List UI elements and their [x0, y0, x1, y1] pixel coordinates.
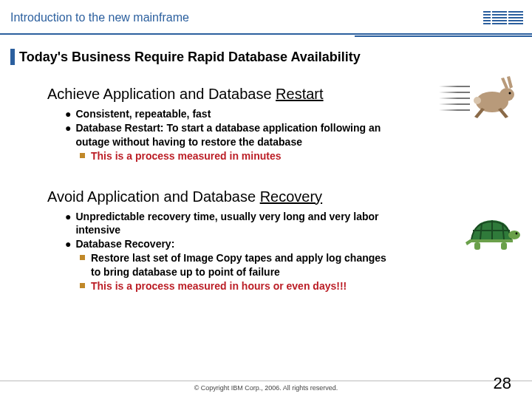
section-heading-restart: Achieve Application and Database Restart	[47, 86, 485, 103]
section-heading-recovery: Avoid Application and Database Recovery	[47, 188, 485, 205]
slide-header: Introduction to the new mainframe	[0, 0, 532, 35]
bullet-item: ● Consistent, repeatable, fast	[65, 107, 390, 121]
rabbit-illustration	[439, 75, 528, 134]
sub-bullet-item: This is a process measured in minutes	[80, 149, 390, 163]
svg-point-2	[509, 92, 511, 95]
bullet-item: ● Database Restart: To start a database …	[65, 121, 390, 149]
bullet-dot-icon: ●	[65, 210, 71, 238]
section-heading-word: Restart	[276, 86, 323, 102]
bullet-text: Database Restart: To start a database ap…	[75, 121, 390, 149]
bullet-text: Consistent, repeatable, fast	[75, 107, 211, 121]
title-accent-bar	[10, 49, 15, 65]
slide-footer: © Copyright IBM Corp., 2006. All rights …	[0, 381, 532, 392]
slide-title-row: Today's Business Require Rapid Database …	[0, 49, 532, 65]
bullet-square-icon	[80, 153, 85, 158]
section1-bullets: ● Consistent, repeatable, fast ● Databas…	[65, 107, 390, 163]
slide-title: Today's Business Require Rapid Database …	[19, 50, 361, 65]
sub-bullet-item: Restore last set of Image Copy tapes and…	[80, 251, 390, 279]
page-number: 28	[494, 374, 511, 393]
svg-point-1	[499, 88, 514, 101]
bullet-square-icon	[80, 255, 85, 260]
sub-bullet-text: Restore last set of Image Copy tapes and…	[91, 251, 390, 279]
svg-point-8	[508, 231, 520, 239]
bullet-item: ● Database Recovery:	[65, 237, 390, 251]
bullet-square-icon	[80, 283, 85, 288]
sub-bullet-text: This is a process measured in hours or e…	[91, 279, 347, 293]
bullet-text: Database Recovery:	[75, 237, 174, 251]
bullet-dot-icon: ●	[65, 121, 71, 149]
sub-bullet-item: This is a process measured in hours or e…	[80, 279, 390, 293]
slide-content: Achieve Application and Database Restart…	[0, 65, 532, 293]
section-heading-pre: Avoid Application and Database	[47, 188, 260, 205]
section-heading-word: Recovery	[260, 188, 322, 205]
ibm-logo	[483, 11, 523, 24]
copyright-text: © Copyright IBM Corp., 2006. All rights …	[0, 384, 532, 392]
header-rule	[0, 33, 532, 35]
bullet-dot-icon: ●	[65, 237, 71, 251]
header-title: Introduction to the new mainframe	[10, 11, 189, 24]
section2-bullets: ● Unpredictable recovery time, usually v…	[65, 210, 390, 293]
svg-rect-12	[501, 242, 507, 250]
svg-line-6	[502, 223, 504, 239]
bullet-dot-icon: ●	[65, 107, 71, 121]
bullet-text: Unpredictable recovery time, usually ver…	[75, 210, 390, 238]
svg-point-9	[516, 233, 518, 235]
section-heading-pre: Achieve Application and Database	[47, 86, 276, 102]
bullet-item: ● Unpredictable recovery time, usually v…	[65, 210, 390, 238]
sub-bullet-text: This is a process measured in minutes	[91, 149, 282, 163]
